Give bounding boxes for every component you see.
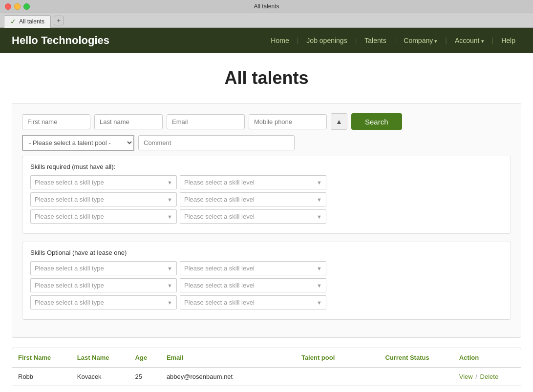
skill-required-level-3[interactable]: Please select a skill level ▼	[180, 209, 326, 224]
skill-optional-level-2[interactable]: Please select a skill level ▼	[180, 278, 326, 292]
search-row-2: - Please select a talent pool -	[22, 135, 511, 151]
cell-email: abbey@rosenbaum.net	[161, 368, 296, 386]
main-content: All talents ▲ Search - Please select a t…	[0, 53, 533, 392]
last-name-input[interactable]	[94, 114, 163, 129]
skill-required-row-1: Please select a skill type ▼ Please sele…	[30, 175, 503, 189]
nav-account[interactable]: Account	[449, 34, 490, 47]
talent-pool-select[interactable]: - Please select a talent pool -	[22, 135, 134, 151]
dropdown-arrow: ▼	[167, 197, 172, 203]
window-title: All talents	[254, 3, 279, 10]
window-buttons	[5, 3, 30, 10]
email-input[interactable]	[167, 114, 245, 129]
skills-required-section: Skills required (must have all): Please …	[22, 156, 511, 234]
close-button[interactable]	[5, 3, 11, 10]
table-header-row: First Name Last Name Age Email Talent po…	[12, 348, 521, 368]
comment-input[interactable]	[138, 135, 295, 150]
cell-action: View / Delete	[453, 386, 521, 392]
cell-age: 34	[129, 386, 161, 392]
nav-home[interactable]: Home	[265, 34, 295, 47]
maximize-button[interactable]	[23, 3, 30, 10]
first-name-input[interactable]	[22, 114, 90, 129]
brand-name: Hello Technologies	[12, 34, 109, 47]
skill-optional-type-2[interactable]: Please select a skill type ▼	[30, 278, 177, 292]
cell-status	[379, 386, 453, 392]
dropdown-arrow: ▼	[167, 214, 172, 220]
skill-optional-row-1: Please select a skill type ▼ Please sele…	[30, 261, 503, 275]
cell-talent-pool: IT Professionals	[296, 386, 379, 392]
skill-required-level-1[interactable]: Please select a skill level ▼	[180, 175, 326, 189]
col-age: Age	[129, 348, 161, 368]
tab-bar: ✓ All talents +	[0, 13, 533, 28]
table-row: Robb Kovacek 25 abbey@rosenbaum.net View…	[12, 368, 521, 386]
cell-talent-pool	[296, 368, 379, 386]
dropdown-arrow: ▼	[167, 266, 172, 271]
results-table: First Name Last Name Age Email Talent po…	[12, 348, 521, 392]
col-talent-pool: Talent pool	[296, 348, 379, 368]
delete-link-0[interactable]: Delete	[480, 373, 499, 380]
col-action: Action	[453, 348, 521, 368]
navbar-links: Home | Job openings | Talents | Company …	[265, 34, 521, 47]
navbar: Hello Technologies Home | Job openings |…	[0, 28, 533, 53]
col-email: Email	[161, 348, 296, 368]
dropdown-arrow: ▼	[317, 266, 322, 271]
skill-optional-type-1[interactable]: Please select a skill type ▼	[30, 261, 177, 275]
dropdown-arrow: ▼	[317, 197, 322, 203]
page-title: All talents	[12, 68, 521, 88]
talents-table: First Name Last Name Age Email Talent po…	[12, 348, 521, 392]
col-first-name: First Name	[12, 348, 71, 368]
tab-all-talents[interactable]: ✓ All talents	[4, 15, 51, 28]
dropdown-arrow: ▼	[167, 180, 172, 186]
phone-input[interactable]	[249, 114, 327, 129]
search-button[interactable]: Search	[351, 113, 402, 130]
skill-required-level-2[interactable]: Please select a skill level ▼	[180, 192, 326, 206]
dropdown-arrow: ▼	[317, 180, 322, 186]
skill-optional-level-3[interactable]: Please select a skill level ▼	[180, 295, 326, 309]
search-panel: ▲ Search - Please select a talent pool -…	[12, 103, 521, 338]
dropdown-arrow: ▼	[317, 300, 322, 306]
skill-required-type-1[interactable]: Please select a skill type ▼	[30, 175, 177, 189]
nav-help[interactable]: Help	[495, 34, 521, 47]
skill-required-type-2[interactable]: Please select a skill type ▼	[30, 192, 177, 206]
cell-age: 25	[129, 368, 161, 386]
skill-optional-type-3[interactable]: Please select a skill type ▼	[30, 295, 177, 309]
cell-status	[379, 368, 453, 386]
col-current-status: Current Status	[379, 348, 453, 368]
skill-required-row-3: Please select a skill type ▼ Please sele…	[30, 209, 503, 224]
tab-label: All talents	[19, 18, 44, 25]
toggle-button[interactable]: ▲	[331, 113, 347, 130]
skill-optional-row-2: Please select a skill type ▼ Please sele…	[30, 278, 503, 292]
cell-action: View / Delete	[453, 368, 521, 386]
cell-last-name: Kovacek	[71, 368, 129, 386]
skill-optional-row-3: Please select a skill type ▼ Please sele…	[30, 295, 503, 309]
col-last-name: Last Name	[71, 348, 129, 368]
view-link-0[interactable]: View	[459, 373, 473, 380]
nav-talents[interactable]: Talents	[359, 34, 392, 47]
skills-optional-section: Skills Optional (have at lease one) Plea…	[22, 242, 511, 320]
cell-first-name: Marilou	[12, 386, 71, 392]
skill-optional-level-1[interactable]: Please select a skill level ▼	[180, 261, 326, 275]
table-row: Marilou Marquardt 34 abby@gleichnermosci…	[12, 386, 521, 392]
nav-job-openings[interactable]: Job openings	[300, 34, 353, 47]
dropdown-arrow: ▼	[317, 214, 322, 220]
cell-first-name: Robb	[12, 368, 71, 386]
dropdown-arrow: ▼	[317, 283, 322, 289]
cell-last-name: Marquardt	[71, 386, 129, 392]
skills-optional-title: Skills Optional (have at lease one)	[30, 249, 503, 256]
window-chrome: All talents	[0, 0, 533, 13]
dropdown-arrow: ▼	[167, 283, 172, 289]
minimize-button[interactable]	[14, 3, 21, 10]
dropdown-arrow: ▼	[167, 300, 172, 306]
new-tab-button[interactable]: +	[54, 16, 64, 25]
search-row-1: ▲ Search	[22, 113, 511, 130]
nav-company[interactable]: Company	[398, 34, 443, 47]
skill-required-type-3[interactable]: Please select a skill type ▼	[30, 209, 177, 224]
check-icon: ✓	[10, 18, 16, 25]
cell-email: abby@gleichnermosciski.net	[161, 386, 296, 392]
skills-required-title: Skills required (must have all):	[30, 163, 503, 170]
skill-required-row-2: Please select a skill type ▼ Please sele…	[30, 192, 503, 206]
